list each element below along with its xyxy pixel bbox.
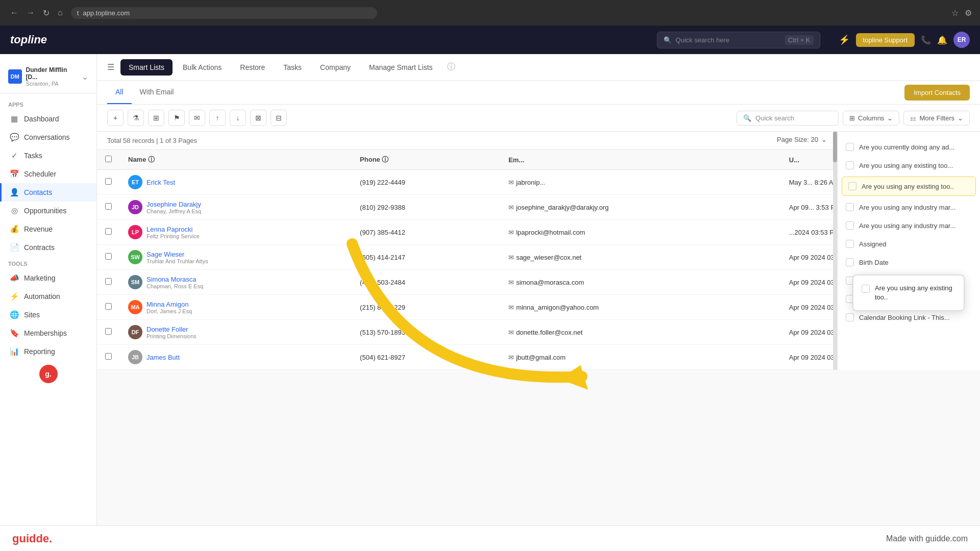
panel-item[interactable]: Are you currently doing any ad... (838, 138, 980, 156)
chevron-down-icon: ⌄ (887, 114, 893, 122)
select-all-checkbox[interactable] (105, 156, 112, 162)
info-icon[interactable]: ⓘ (447, 62, 455, 72)
tab-tasks[interactable]: Tasks (275, 59, 310, 76)
row-checkbox[interactable] (105, 228, 112, 235)
group-button[interactable]: ⊞ (148, 110, 164, 126)
forward-button[interactable]: → (24, 6, 37, 19)
panel-item-checkbox[interactable] (846, 143, 854, 151)
row-checkbox[interactable] (105, 278, 112, 285)
row-checkbox[interactable] (105, 203, 112, 210)
more-filters-button[interactable]: ⚏ More Filters ⌄ (903, 111, 970, 126)
row-checkbox[interactable] (105, 303, 112, 310)
tab-company[interactable]: Company (312, 59, 359, 76)
table-search[interactable]: 🔍 Quick search (737, 111, 839, 126)
panel-item[interactable]: Assigned (838, 235, 980, 253)
bell-icon[interactable]: 🔔 (937, 35, 947, 45)
contact-name[interactable]: Simona Morasca (146, 276, 203, 283)
row-checkbox-cell[interactable] (97, 345, 120, 370)
extensions-icon[interactable]: ⚙ (965, 8, 972, 18)
panel-item-checkbox[interactable] (846, 161, 854, 169)
contact-name[interactable]: James Butt (146, 354, 180, 361)
address-bar[interactable]: t app.topline.com (71, 7, 377, 19)
row-checkbox[interactable] (105, 328, 112, 335)
row-checkbox-cell[interactable] (97, 170, 120, 195)
back-button[interactable]: ← (8, 6, 20, 19)
reload-button[interactable]: ↻ (41, 6, 52, 20)
row-checkbox[interactable] (105, 253, 112, 260)
sub-tab-with-email[interactable]: With Email (132, 81, 182, 104)
add-button[interactable]: + (107, 110, 124, 126)
sidebar-collapse-button[interactable]: ☰ (107, 62, 114, 72)
contact-name[interactable]: Erick Test (146, 179, 175, 186)
sidebar-item-memberships[interactable]: 🔖 Memberships (0, 324, 96, 342)
panel-item[interactable]: Are you using any existing too... (838, 156, 980, 174)
sidebar-item-scheduler[interactable]: 📅 Scheduler (0, 165, 96, 183)
notification-badge[interactable]: g. (39, 365, 58, 383)
name-column-header[interactable]: Name ⓘ (120, 150, 352, 170)
flag-button[interactable]: ⚑ (168, 110, 185, 126)
sidebar-item-tasks[interactable]: ✓ Tasks (0, 146, 96, 165)
phone-column-header[interactable]: Phone ⓘ (352, 150, 500, 170)
panel-item[interactable]: Are you using any industry mar... (838, 216, 980, 235)
sidebar-item-dashboard[interactable]: ▦ Dashboard (0, 110, 96, 128)
bolt-icon[interactable]: ⚡ (839, 34, 850, 45)
row-checkbox-cell[interactable] (97, 270, 120, 295)
row-checkbox-cell[interactable] (97, 295, 120, 320)
sub-tab-all[interactable]: All (107, 81, 132, 104)
sidebar-item-reporting[interactable]: 📊 Reporting (0, 342, 96, 361)
columns-button[interactable]: ⊞ Columns ⌄ (843, 111, 899, 126)
panel-item[interactable]: Birth Date (838, 253, 980, 271)
contact-name[interactable]: Josephine Darakjy (146, 201, 201, 208)
block-button[interactable]: ⊠ (250, 110, 266, 126)
panel-item[interactable]: Are you using any existing too.. (842, 177, 976, 196)
contact-name[interactable]: Sage Wieser (146, 251, 208, 258)
workspace-selector[interactable]: DM Dunder Mifflin [D... Scranton, PA ⌄ (0, 62, 96, 93)
scroll-bar[interactable] (833, 132, 837, 370)
sidebar-item-automation[interactable]: ⚡ Automation (0, 287, 96, 306)
sidebar-item-conversations[interactable]: 💬 Conversations (0, 128, 96, 146)
email-button[interactable]: ✉ (189, 110, 205, 126)
upload-button[interactable]: ↑ (209, 110, 226, 126)
user-avatar[interactable]: ER (953, 32, 970, 48)
panel-item[interactable]: Are you using any industry mar... (838, 198, 980, 216)
row-checkbox[interactable] (105, 178, 112, 185)
star-icon[interactable]: ☆ (951, 8, 959, 18)
select-all-column[interactable] (97, 150, 120, 170)
sidebar-item-contacts[interactable]: 👤 Contacts (0, 183, 96, 202)
global-search[interactable]: 🔍 Quick search here Ctrl + K (657, 32, 820, 48)
row-checkbox[interactable] (105, 353, 112, 360)
row-checkbox-cell[interactable] (97, 220, 120, 245)
row-checkbox-cell[interactable] (97, 320, 120, 345)
row-checkbox-cell[interactable] (97, 195, 120, 220)
popup-checkbox[interactable] (862, 285, 870, 293)
panel-item-checkbox[interactable] (846, 313, 854, 321)
sidebar-item-opportunities[interactable]: ◎ Opportunities (0, 202, 96, 220)
sidebar-item-revenue[interactable]: 💰 Revenue (0, 220, 96, 238)
panel-item-checkbox[interactable] (846, 203, 854, 211)
sidebar-item-marketing[interactable]: 📣 Marketing (0, 269, 96, 287)
tab-manage-smart-lists[interactable]: Manage Smart Lists (361, 59, 441, 76)
tab-bulk-actions[interactable]: Bulk Actions (175, 59, 230, 76)
tab-restore[interactable]: Restore (232, 59, 273, 76)
panel-item-checkbox[interactable] (846, 258, 854, 266)
sidebar-item-sites[interactable]: 🌐 Sites (0, 306, 96, 324)
filter-button[interactable]: ⚗ (128, 110, 144, 126)
contact-name[interactable]: Donette Foller (146, 325, 197, 333)
support-button[interactable]: topline Support (856, 33, 915, 47)
panel-item-checkbox[interactable] (848, 182, 856, 190)
row-checkbox-cell[interactable] (97, 245, 120, 270)
download-button[interactable]: ↓ (230, 110, 246, 126)
contact-name[interactable]: Lenna Paprocki (146, 226, 200, 233)
grid-button[interactable]: ⊟ (271, 110, 287, 126)
tab-smart-lists[interactable]: Smart Lists (120, 59, 173, 76)
home-button[interactable]: ⌂ (56, 6, 65, 19)
panel-item-checkbox[interactable] (846, 240, 854, 248)
page-size-selector[interactable]: Page Size: 20 ⌄ (777, 136, 827, 143)
scroll-thumb[interactable] (833, 132, 837, 162)
panel-item-checkbox[interactable] (846, 221, 854, 230)
phone-icon[interactable]: 📞 (921, 35, 931, 45)
contact-name[interactable]: Minna Amigon (146, 300, 192, 308)
import-contacts-button[interactable]: Import Contacts (904, 85, 970, 101)
sidebar-item-contracts[interactable]: 📄 Contracts (0, 238, 96, 257)
email-column-header[interactable]: Em... (500, 150, 781, 170)
